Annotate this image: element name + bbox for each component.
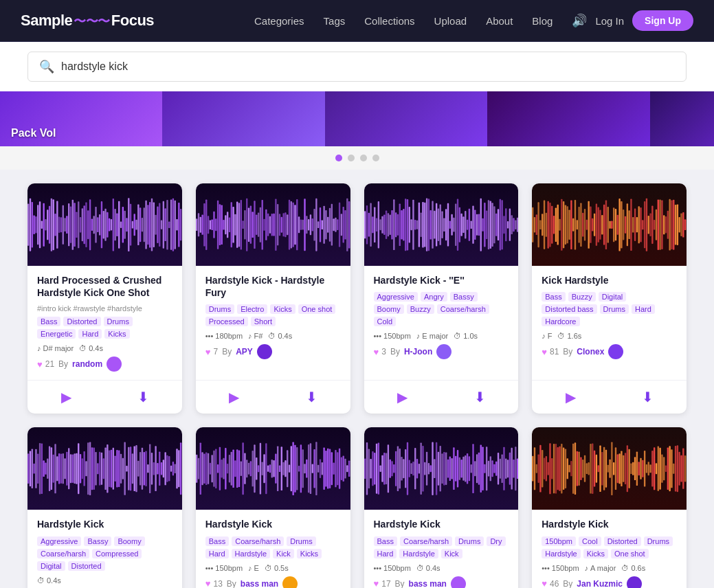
tag[interactable]: Hard <box>78 329 102 339</box>
tag[interactable]: Energetic <box>37 329 76 339</box>
tag[interactable]: Electro <box>237 304 267 314</box>
tag[interactable]: Aggressive <box>374 292 418 302</box>
search-input[interactable] <box>61 60 675 73</box>
author-name[interactable]: H-Joon <box>404 347 432 357</box>
tag[interactable]: Kicks <box>583 549 608 558</box>
hero-card-3[interactable] <box>325 91 487 146</box>
hero-card-5[interactable] <box>650 91 714 146</box>
tag[interactable]: Angry <box>421 292 447 302</box>
play-button[interactable]: ▶ <box>196 381 273 414</box>
author-name[interactable]: random <box>72 359 102 369</box>
author-avatar[interactable] <box>451 576 466 588</box>
tag[interactable]: Bassy <box>84 536 111 546</box>
nav-blog[interactable]: Blog <box>532 15 553 27</box>
dot-3[interactable] <box>360 155 367 161</box>
tag[interactable]: Digital <box>37 561 65 571</box>
nav-categories[interactable]: Categories <box>254 15 304 27</box>
like-count[interactable]: ♥ 7 <box>205 347 218 357</box>
nav-about[interactable]: About <box>486 15 513 27</box>
hero-card-4[interactable] <box>487 91 649 146</box>
tag[interactable]: Kicks <box>104 329 129 339</box>
like-count[interactable]: ♥ 13 <box>205 578 223 588</box>
tag[interactable]: Distorted <box>604 536 641 546</box>
tag[interactable]: Short <box>251 317 276 326</box>
tag[interactable]: Cold <box>374 317 397 326</box>
tag[interactable]: Dry <box>487 536 505 546</box>
tag[interactable]: Distorted bass <box>542 304 596 314</box>
tag[interactable]: One shot <box>298 304 336 314</box>
tag[interactable]: Drums <box>455 536 484 546</box>
tag[interactable]: Kick <box>273 549 294 558</box>
tag[interactable]: Hardcore <box>542 317 579 326</box>
tag[interactable]: Hard <box>374 549 397 558</box>
tag[interactable]: Kick <box>441 549 462 558</box>
play-button[interactable]: ▶ <box>364 381 441 414</box>
login-button[interactable]: Log In <box>595 15 624 27</box>
tag[interactable]: Bassy <box>450 292 478 302</box>
tag[interactable]: Buzzy <box>407 304 434 314</box>
hero-card-1[interactable]: Pack Vol <box>0 91 162 146</box>
tag[interactable]: Compressed <box>92 549 142 558</box>
tag[interactable]: Drums <box>287 536 315 546</box>
tag[interactable]: Drums <box>104 317 133 326</box>
tag[interactable]: Processed <box>205 317 248 326</box>
download-button[interactable]: ⬇ <box>441 381 518 414</box>
waveform-area[interactable] <box>532 183 687 266</box>
logo[interactable]: Sample〜〜〜Focus <box>21 12 154 30</box>
tag[interactable]: Boomy <box>114 536 144 546</box>
like-count[interactable]: ♥ 3 <box>374 347 386 357</box>
tag[interactable]: Hardstyle <box>399 549 438 558</box>
play-button[interactable]: ▶ <box>27 381 104 414</box>
download-button[interactable]: ⬇ <box>104 381 181 414</box>
author-avatar[interactable] <box>436 344 451 359</box>
author-avatar[interactable] <box>608 344 623 359</box>
tag[interactable]: Distorted <box>63 317 100 326</box>
waveform-area[interactable] <box>364 427 519 510</box>
dot-2[interactable] <box>348 155 355 161</box>
author-avatar[interactable] <box>107 357 122 372</box>
signup-button[interactable]: Sign Up <box>632 10 693 31</box>
dot-4[interactable] <box>372 155 379 161</box>
author-name[interactable]: bass man <box>409 579 447 588</box>
waveform-area[interactable] <box>27 427 182 510</box>
tag[interactable]: Coarse/harsh <box>232 536 284 546</box>
tag[interactable]: Hard <box>205 549 229 558</box>
play-button[interactable]: ▶ <box>532 381 609 414</box>
tag[interactable]: Kicks <box>297 549 322 558</box>
tag[interactable]: Bass <box>37 317 60 326</box>
waveform-area[interactable] <box>196 183 350 266</box>
author-name[interactable]: APY <box>236 347 253 357</box>
hero-card-2[interactable] <box>162 91 324 146</box>
waveform-area[interactable] <box>27 183 182 266</box>
nav-collections[interactable]: Collections <box>364 15 414 27</box>
like-count[interactable]: ♥ 17 <box>374 578 391 588</box>
nav-upload[interactable]: Upload <box>434 15 467 27</box>
tag[interactable]: Bass <box>374 536 397 546</box>
dot-1[interactable] <box>335 155 342 161</box>
waveform-area[interactable] <box>364 183 519 266</box>
tag[interactable]: One shot <box>611 549 649 558</box>
tag[interactable]: Aggressive <box>37 536 81 546</box>
tag[interactable]: Distorted <box>68 561 105 571</box>
tag[interactable]: Boomy <box>374 304 404 314</box>
tag[interactable]: Drums <box>600 304 629 314</box>
nav-tags[interactable]: Tags <box>324 15 346 27</box>
tag[interactable]: Hardstyle <box>542 549 580 558</box>
author-avatar[interactable] <box>257 344 272 359</box>
tag[interactable]: Coarse/harsh <box>400 536 452 546</box>
tag[interactable]: Kicks <box>270 304 295 314</box>
tag[interactable]: Buzzy <box>568 292 596 302</box>
author-avatar[interactable] <box>627 576 642 588</box>
author-name[interactable]: bass man <box>241 579 278 588</box>
tag[interactable]: Coarse/harsh <box>437 304 489 314</box>
tag[interactable]: 150bpm <box>542 536 576 546</box>
waveform-area[interactable] <box>532 427 687 510</box>
like-count[interactable]: ♥ 46 <box>542 578 559 588</box>
download-button[interactable]: ⬇ <box>273 381 350 414</box>
tag[interactable]: Bass <box>542 292 565 302</box>
tag[interactable]: Hard <box>632 304 655 314</box>
tag[interactable]: Cool <box>579 536 601 546</box>
like-count[interactable]: ♥ 21 <box>37 359 54 370</box>
tag[interactable]: Digital <box>599 292 627 302</box>
author-avatar[interactable] <box>282 576 298 588</box>
